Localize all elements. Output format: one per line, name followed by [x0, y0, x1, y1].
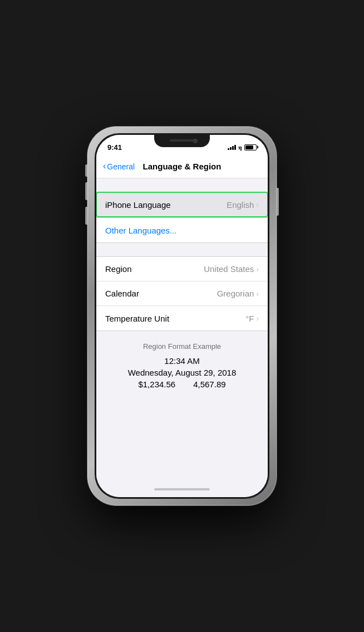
speaker-icon	[170, 139, 194, 142]
region-format-date: Wednesday, August 29, 2018	[105, 368, 259, 377]
temperature-value-container: °F ›	[245, 314, 259, 323]
other-languages-link[interactable]: Other Languages...	[96, 218, 268, 242]
wifi-icon: 𝛈	[238, 144, 242, 151]
chevron-right-icon: ›	[256, 289, 259, 298]
chevron-right-icon: ›	[256, 200, 259, 209]
calendar-label: Calendar	[105, 289, 139, 298]
region-format-number2: 4,567.89	[193, 380, 225, 389]
power-button[interactable]	[277, 188, 279, 216]
iphone-language-value-container: English ›	[227, 200, 259, 210]
notch	[154, 135, 210, 147]
region-format-number1: $1,234.56	[138, 380, 175, 389]
status-bar: 9:41 𝛈	[96, 135, 268, 155]
status-icons: 𝛈	[228, 144, 257, 151]
calendar-value-container: Gregorian ›	[217, 289, 259, 298]
calendar-value: Gregorian	[217, 289, 254, 298]
content-area: iPhone Language English › Other Language…	[96, 178, 268, 482]
mute-button[interactable]	[85, 164, 87, 177]
region-format-section: Region Format Example 12:34 AM Wednesday…	[96, 331, 268, 398]
region-value: United States	[204, 264, 254, 274]
chevron-left-icon: ‹	[103, 161, 106, 171]
chevron-right-icon: ›	[256, 314, 259, 323]
screen: 9:41 𝛈 ‹ Ge	[96, 135, 268, 497]
volume-up-button[interactable]	[85, 182, 87, 200]
region-format-time: 12:34 AM	[105, 356, 259, 366]
page-title: Language & Region	[143, 162, 222, 171]
camera-icon	[193, 139, 198, 143]
back-label: General	[107, 162, 135, 171]
temperature-label: Temperature Unit	[105, 314, 169, 323]
other-languages-label: Other Languages...	[105, 226, 176, 235]
region-label: Region	[105, 264, 132, 274]
temperature-row[interactable]: Temperature Unit °F ›	[96, 306, 268, 330]
iphone-language-label: iPhone Language	[105, 200, 171, 210]
phone-inner: 9:41 𝛈 ‹ Ge	[95, 133, 269, 499]
status-time: 9:41	[107, 143, 122, 152]
home-indicator[interactable]	[96, 482, 268, 497]
temperature-value: °F	[245, 314, 254, 323]
battery-icon	[244, 144, 257, 150]
iphone-language-value: English	[227, 200, 254, 210]
chevron-right-icon: ›	[256, 265, 259, 274]
region-format-title: Region Format Example	[105, 342, 259, 351]
phone-frame: 9:41 𝛈 ‹ Ge	[87, 127, 277, 505]
calendar-row[interactable]: Calendar Gregorian ›	[96, 281, 268, 306]
iphone-language-row[interactable]: iPhone Language English ›	[96, 192, 268, 217]
region-section: Region United States › Calendar Gregoria…	[96, 256, 268, 331]
volume-down-button[interactable]	[85, 207, 87, 225]
back-button[interactable]: ‹ General	[103, 162, 135, 171]
home-bar	[154, 488, 210, 490]
region-row[interactable]: Region United States ›	[96, 257, 268, 281]
region-format-numbers: $1,234.56 4,567.89	[105, 380, 259, 389]
signal-bars-icon	[228, 144, 236, 150]
nav-bar: ‹ General Language & Region	[96, 155, 268, 178]
other-languages-section: Other Languages...	[96, 217, 268, 243]
language-section: iPhone Language English ›	[96, 192, 268, 217]
region-value-container: United States ›	[204, 264, 259, 274]
